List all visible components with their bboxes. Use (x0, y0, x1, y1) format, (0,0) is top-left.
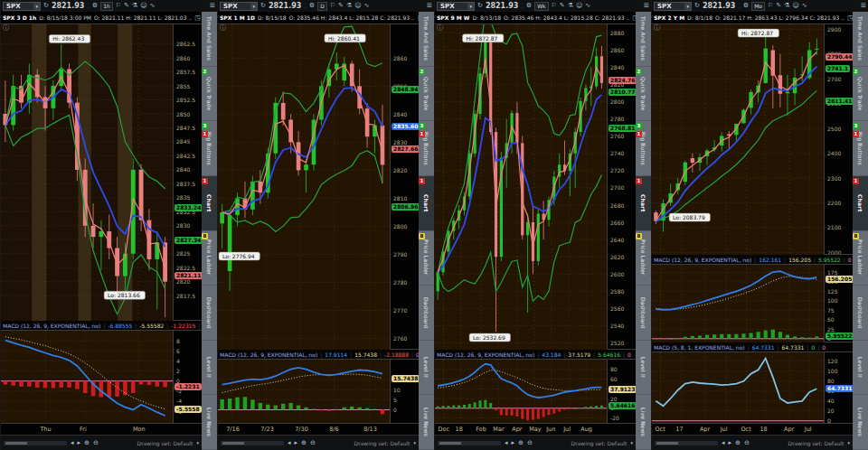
symbol-select[interactable]: SPX▾ (437, 2, 475, 11)
scrollbar-thumb[interactable] (439, 442, 461, 445)
patterns-icon[interactable]: ∿ (364, 3, 370, 9)
chart-menu-icon[interactable]: ⓘ (654, 25, 660, 32)
zoom-in-icon[interactable]: ⊕ (518, 440, 524, 446)
zoom-out-icon[interactable]: ⊖ (310, 440, 316, 446)
pan-left-icon[interactable]: ◂ (505, 440, 508, 446)
expand-icon[interactable]: ◳ (194, 14, 201, 22)
sidebar-tab-live-news[interactable]: Live News (419, 395, 434, 450)
drawings-pencil-icon[interactable]: ✎ (338, 3, 344, 9)
symbol-select[interactable]: SPX▾ (220, 2, 258, 11)
sidebar-tab-price-ladder[interactable]: Price Ladder8 (636, 231, 651, 286)
sidebar-tab-quick-trade[interactable]: Quick Trade2 (202, 67, 217, 122)
zoom-in-icon[interactable]: ⊕ (301, 440, 307, 446)
scrollbar-thumb[interactable] (222, 442, 244, 445)
sidebar-tab-time-and-sales[interactable]: Time And Sales (202, 12, 217, 67)
drawing-set-label[interactable]: Drawing set: Default (571, 440, 627, 446)
link-refresh-icon[interactable]: ↻ (694, 3, 700, 9)
sidebar-tab-dashboard[interactable]: Dashboard (419, 286, 434, 341)
menu-icon[interactable]: ☰ (210, 3, 215, 9)
chart-menu-icon[interactable]: ⓘ (220, 25, 226, 32)
sidebar-tab-big-buttons[interactable]: Big Buttons31 (419, 121, 434, 176)
zoom-in-icon[interactable]: ⊕ (84, 440, 90, 446)
sidebar-tab-chart[interactable]: Chart1 (636, 176, 651, 231)
sidebar-tab-time-and-sales[interactable]: Time And Sales (853, 12, 868, 67)
flag-icon[interactable]: ⚐ (330, 3, 335, 9)
sidebar-tab-big-buttons[interactable]: Big Buttons31 (636, 121, 651, 176)
pan-left-icon[interactable]: ◂ (722, 440, 725, 446)
scrollbar-thumb[interactable] (656, 442, 678, 445)
sidebar-tab-live-news[interactable]: Live News (853, 395, 868, 450)
price-chart-canvas[interactable]: Hi: 2872.87Lo: 2083.79 (652, 24, 824, 255)
patterns-icon[interactable]: ∿ (802, 3, 807, 9)
analyst-person-icon[interactable]: ☺ (140, 3, 146, 9)
time-scrollbar[interactable] (438, 441, 501, 445)
sidebar-tab-quick-trade[interactable]: Quick Trade2 (636, 67, 651, 122)
pan-left-icon[interactable]: ◂ (288, 440, 291, 446)
drawing-set-label[interactable]: Drawing set: Default (137, 440, 193, 446)
studies-flask-icon[interactable]: ⚗ (132, 3, 137, 9)
zoom-out-icon[interactable]: ⊖ (744, 440, 750, 446)
menu-icon[interactable]: ☰ (427, 3, 432, 9)
analyst-person-icon[interactable]: ☺ (576, 3, 582, 9)
zoom-in-icon[interactable]: ⊕ (735, 440, 741, 446)
pan-left-icon[interactable]: ◂ (71, 440, 74, 446)
sidebar-tab-live-news[interactable]: Live News (202, 395, 217, 450)
scrollbar-thumb[interactable] (5, 442, 27, 445)
timeframe-dropdown[interactable]: D (317, 2, 327, 11)
link-refresh-icon[interactable]: ↻ (260, 3, 266, 9)
sidebar-tab-level-ii[interactable]: Level II (202, 341, 217, 396)
sidebar-tab-live-news[interactable]: Live News (636, 395, 651, 450)
sidebar-tab-level-ii[interactable]: Level II (636, 341, 651, 396)
timeframe-dropdown[interactable]: 1h (100, 2, 113, 11)
pan-right-icon[interactable]: ▸ (729, 440, 732, 446)
link-refresh-icon[interactable]: ↻ (477, 3, 483, 9)
pan-right-icon[interactable]: ▸ (512, 440, 515, 446)
chevron-down-icon[interactable]: ▾ (630, 441, 633, 445)
drawings-pencil-icon[interactable]: ✎ (560, 3, 565, 9)
chevron-down-icon[interactable]: ▾ (413, 441, 416, 445)
sidebar-tab-price-ladder[interactable]: Price Ladder8 (419, 231, 434, 286)
chevron-down-icon[interactable]: ▾ (847, 441, 850, 445)
sidebar-tab-chart[interactable]: Chart1 (853, 176, 868, 231)
study-canvas[interactable] (218, 360, 390, 424)
price-chart-canvas[interactable]: Hi: 2872.87Lo: 2532.69 (435, 24, 607, 350)
sidebar-tab-dashboard[interactable]: Dashboard (202, 286, 217, 341)
time-scrollbar[interactable] (221, 441, 284, 445)
price-chart-canvas[interactable]: Hi: 2860.41Lo: 2776.94 (218, 24, 390, 350)
settings-gear-icon[interactable]: ⚙ (309, 3, 315, 9)
menu-icon[interactable]: ☰ (861, 3, 866, 9)
zoom-out-icon[interactable]: ⊖ (527, 440, 533, 446)
price-chart-canvas[interactable]: Hi: 2862.43Lo: 2813.66 (1, 24, 173, 321)
link-refresh-icon[interactable]: ↻ (43, 3, 49, 9)
patterns-icon[interactable]: ∿ (150, 3, 156, 9)
timeframe-dropdown[interactable]: Wk (534, 2, 548, 11)
sidebar-tab-time-and-sales[interactable]: Time And Sales (419, 12, 434, 67)
analyst-person-icon[interactable]: ☺ (354, 3, 361, 9)
study-canvas[interactable] (652, 265, 824, 342)
sidebar-tab-price-ladder[interactable]: Price Ladder8 (202, 231, 217, 286)
sidebar-tab-big-buttons[interactable]: Big Buttons31 (853, 121, 868, 176)
drawing-set-label[interactable]: Drawing set: Default (354, 440, 410, 446)
pan-right-icon[interactable]: ▸ (295, 440, 298, 446)
sidebar-tab-dashboard[interactable]: Dashboard (636, 286, 651, 341)
sidebar-tab-quick-trade[interactable]: Quick Trade2 (853, 67, 868, 122)
studies-flask-icon[interactable]: ⚗ (784, 3, 789, 9)
study-canvas[interactable] (1, 331, 173, 424)
analyst-person-icon[interactable]: ☺ (792, 3, 798, 9)
time-scrollbar[interactable] (655, 441, 718, 445)
sidebar-tab-quick-trade[interactable]: Quick Trade2 (419, 67, 434, 122)
menu-icon[interactable]: ☰ (644, 3, 649, 9)
sidebar-tab-time-and-sales[interactable]: Time And Sales (636, 12, 651, 67)
chevron-down-icon[interactable]: ▾ (196, 441, 199, 445)
zoom-out-icon[interactable]: ⊖ (93, 440, 99, 446)
settings-gear-icon[interactable]: ⚙ (743, 3, 749, 9)
symbol-select[interactable]: SPX▾ (654, 2, 692, 11)
flag-icon[interactable]: ⚐ (116, 3, 121, 9)
sidebar-tab-level-ii[interactable]: Level II (419, 341, 434, 396)
flag-icon[interactable]: ⚐ (768, 3, 773, 9)
timeframe-dropdown[interactable]: Mo (751, 2, 765, 11)
flag-icon[interactable]: ⚐ (552, 3, 557, 9)
study-canvas[interactable] (652, 352, 824, 424)
study-canvas[interactable] (435, 360, 607, 424)
settings-gear-icon[interactable]: ⚙ (92, 3, 98, 9)
